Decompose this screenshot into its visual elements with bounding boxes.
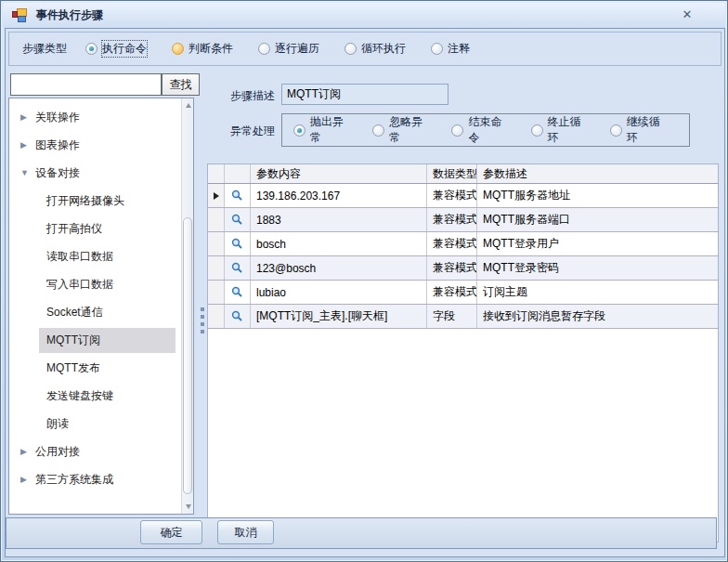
param-type-cell[interactable]: 兼容模式	[427, 208, 477, 231]
search-input[interactable]	[10, 73, 162, 96]
exception-group: 抛出异常 忽略异常 结束命令 终止循环 继续循环	[281, 113, 690, 147]
footer-bar	[6, 517, 717, 549]
tree-item[interactable]: 朗读	[9, 410, 181, 438]
param-desc-cell[interactable]: MQTT登录密码	[477, 256, 718, 280]
param-type-cell[interactable]: 兼容模式	[427, 256, 477, 280]
tree-item[interactable]: 写入串口数据	[9, 270, 181, 298]
radio-icon	[85, 43, 98, 55]
lookup-button[interactable]	[225, 232, 251, 255]
radio-icon	[531, 124, 543, 137]
param-desc-cell[interactable]: MQTT登录用户	[477, 232, 718, 255]
find-button[interactable]: 查找	[162, 73, 200, 96]
tree-item[interactable]: ▶ 图表操作	[9, 131, 181, 159]
radio-loop-execute[interactable]: 循环执行	[344, 41, 406, 57]
param-content-cell[interactable]: 123@bosch	[251, 256, 427, 280]
radio-icon	[344, 43, 357, 55]
splitter-grip-icon	[201, 307, 204, 337]
tree-item[interactable]: 打开高拍仪	[9, 215, 181, 242]
row-header-cell	[208, 281, 225, 304]
lookup-button[interactable]	[225, 281, 251, 304]
form-icon	[12, 8, 29, 22]
table-row[interactable]: 1883 兼容模式 MQTT服务器端口	[208, 208, 718, 232]
tree-scrollbar[interactable]	[181, 98, 193, 514]
col-header-type: 数据类型	[427, 164, 477, 183]
param-type-cell[interactable]: 兼容模式	[427, 232, 477, 255]
current-row-indicator-icon	[214, 192, 219, 200]
magnifier-icon	[231, 238, 243, 250]
step-desc-label: 步骤描述	[230, 88, 275, 104]
radio-comment[interactable]: 注释	[431, 41, 470, 57]
table-row[interactable]: [MQTT订阅_主表].[聊天框] 字段 接收到订阅消息暂存字段	[208, 305, 718, 329]
step-type-panel: 步骤类型 执行命令 判断条件 逐行遍历 循环执行 注释	[8, 32, 722, 66]
param-content-cell[interactable]: 1883	[251, 208, 427, 231]
row-header-cell	[208, 305, 225, 328]
col-header-desc: 参数描述	[477, 164, 718, 183]
param-desc-cell[interactable]: MQTT服务器地址	[477, 184, 718, 207]
param-content-cell[interactable]: bosch	[251, 232, 427, 255]
radio-judge-condition[interactable]: 判断条件	[172, 41, 233, 57]
tree-item[interactable]: ▼ 设备对接	[9, 159, 181, 187]
cancel-button[interactable]: 取消	[217, 520, 274, 544]
grid-header-row: 参数内容 数据类型 参数描述	[208, 164, 718, 184]
param-desc-cell[interactable]: MQTT服务器端口	[477, 208, 718, 231]
lookup-button[interactable]	[225, 305, 251, 328]
parameter-grid: 参数内容 数据类型 参数描述 139.186.203.167 兼容模式 MQTT…	[207, 163, 719, 542]
param-desc-cell[interactable]: 接收到订阅消息暂存字段	[477, 305, 718, 328]
exception-label: 异常处理	[230, 124, 275, 139]
radio-icon	[293, 124, 306, 137]
close-icon[interactable]: ✕	[679, 6, 696, 22]
magnifier-icon	[231, 190, 243, 202]
tree-item[interactable]: MQTT发布	[9, 354, 181, 382]
radio-icon	[172, 43, 184, 55]
radio-icon	[258, 43, 270, 55]
row-header-cell	[208, 208, 225, 231]
radio-continue-loop[interactable]: 继续循环	[610, 114, 667, 146]
row-header-cell	[208, 232, 225, 255]
table-row[interactable]: bosch 兼容模式 MQTT登录用户	[208, 232, 718, 256]
lookup-button[interactable]	[225, 208, 251, 231]
param-desc-cell[interactable]: 订阅主题	[477, 281, 718, 304]
ok-button[interactable]: 确定	[140, 520, 202, 544]
scroll-down-icon[interactable]	[182, 500, 194, 514]
param-content-cell[interactable]: lubiao	[251, 281, 427, 304]
radio-end-command[interactable]: 结束命令	[451, 114, 508, 146]
radio-row-traverse[interactable]: 逐行遍历	[258, 41, 319, 57]
tree-item[interactable]: Socket通信	[9, 298, 181, 326]
param-content-cell[interactable]: 139.186.203.167	[251, 184, 427, 207]
tree-item[interactable]: ▶ 关联操作	[9, 103, 181, 131]
tree-item[interactable]: 发送键盘按键	[9, 382, 181, 410]
param-type-cell[interactable]: 兼容模式	[427, 184, 477, 207]
magnifier-icon	[231, 262, 243, 274]
param-content-cell[interactable]: [MQTT订阅_主表].[聊天框]	[251, 305, 427, 328]
radio-icon	[451, 124, 463, 137]
tree-item[interactable]: ▶ 第三方系统集成	[9, 465, 181, 493]
radio-execute-command[interactable]: 执行命令	[85, 41, 147, 57]
row-header-cell	[208, 184, 225, 207]
step-desc-input[interactable]	[281, 84, 448, 105]
col-header-content: 参数内容	[251, 164, 427, 183]
radio-break-loop[interactable]: 终止循环	[531, 114, 588, 146]
radio-ignore-exception[interactable]: 忽略异常	[372, 114, 429, 146]
radio-icon	[372, 124, 384, 137]
chevron-right-icon: ▶	[20, 112, 30, 122]
window-title: 事件执行步骤	[36, 7, 103, 23]
chevron-right-icon: ▶	[20, 475, 30, 484]
tree-item-selected[interactable]: MQTT订阅	[9, 326, 181, 354]
radio-throw-exception[interactable]: 抛出异常	[293, 114, 350, 146]
table-row[interactable]: 123@bosch 兼容模式 MQTT登录密码	[208, 256, 718, 281]
param-type-cell[interactable]: 兼容模式	[427, 281, 477, 304]
scrollbar-thumb[interactable]	[183, 217, 192, 494]
table-row[interactable]: lubiao 兼容模式 订阅主题	[208, 281, 718, 305]
radio-icon	[610, 124, 622, 137]
param-type-cell[interactable]: 字段	[427, 305, 477, 328]
lookup-button[interactable]	[225, 256, 251, 280]
table-row[interactable]: 139.186.203.167 兼容模式 MQTT服务器地址	[208, 184, 718, 208]
tree-item[interactable]: 打开网络摄像头	[9, 187, 181, 215]
tree-item[interactable]: ▶ 公用对接	[9, 438, 181, 465]
lookup-button[interactable]	[225, 184, 251, 207]
step-type-label: 步骤类型	[22, 41, 67, 57]
title-bar: 事件执行步骤	[3, 3, 725, 28]
tree-item[interactable]: 读取串口数据	[9, 242, 181, 270]
operation-tree: ▶ 关联操作 ▶ 图表操作 ▼ 设备对接 打开网络摄像头 打开高拍仪	[8, 98, 194, 515]
scroll-up-icon[interactable]	[182, 98, 194, 112]
